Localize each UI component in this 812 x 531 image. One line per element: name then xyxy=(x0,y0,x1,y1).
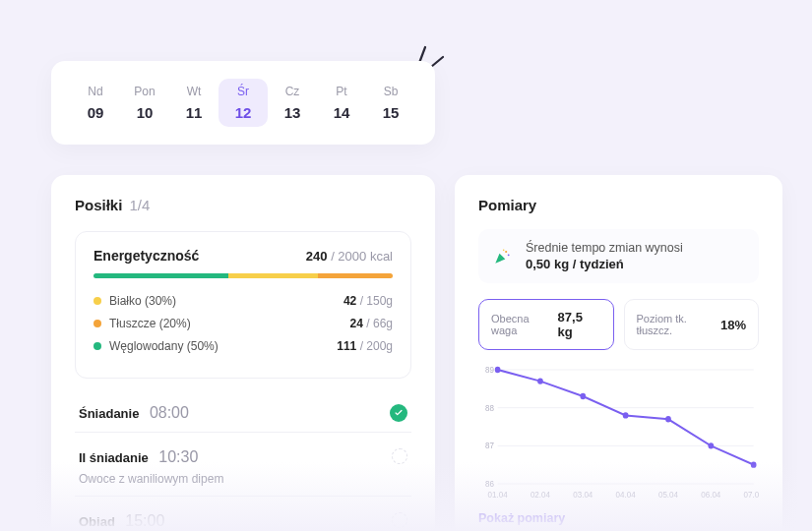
macro-name: Węglowodany (50%) xyxy=(109,339,219,353)
energy-row: Energetyczność 240 / 2000 kcal xyxy=(94,248,393,264)
stat-pill[interactable]: Obecna waga 87,5 kg xyxy=(478,299,614,350)
day-number: 11 xyxy=(169,104,219,121)
day-of-week: Nd xyxy=(71,85,120,98)
meal-name: II śniadanie xyxy=(79,450,149,465)
day-pt[interactable]: Pt 14 xyxy=(317,79,366,127)
day-of-week: Pon xyxy=(120,85,169,98)
day-number: 12 xyxy=(219,104,268,121)
energy-segment-yellow xyxy=(228,273,318,278)
pill-label: Poziom tk. tłuszcz. xyxy=(637,313,720,336)
meals-title: Posiłki 1/4 xyxy=(75,197,411,213)
day-number: 14 xyxy=(317,104,366,121)
svg-line-1 xyxy=(431,57,443,67)
energy-bar xyxy=(94,273,393,278)
day-number: 13 xyxy=(268,104,317,121)
macro-name: Białko (30%) xyxy=(109,294,176,308)
meals-count: 1/4 xyxy=(130,197,151,213)
tempo-value: 0,50 kg / tydzień xyxy=(526,257,683,271)
meal-item[interactable]: II śniadanie 10:30 Owoce z waniliowym di… xyxy=(75,432,411,496)
svg-point-26 xyxy=(751,461,757,467)
confetti-icon xyxy=(490,245,514,268)
meal-desc: Owoce z waniliowym dipem xyxy=(79,472,223,486)
energy-value: 240 / 2000 kcal xyxy=(306,249,393,264)
show-measurements-link[interactable]: Pokaż pomiary xyxy=(478,511,565,525)
day-of-week: Wt xyxy=(169,85,219,98)
stat-pills: Obecna waga 87,5 kgPoziom tk. tłuszcz. 1… xyxy=(478,299,759,350)
svg-text:07.04: 07.04 xyxy=(744,490,759,501)
calendar-week: Nd 09Pon 10Wt 11Śr 12Cz 13Pt 14Sb 15 xyxy=(51,61,435,145)
day-number: 15 xyxy=(366,104,415,121)
day-of-week: Cz xyxy=(268,85,317,98)
macro-current: 42 xyxy=(344,294,356,308)
energy-segment-green xyxy=(94,273,228,278)
svg-point-21 xyxy=(537,378,543,384)
macro-dot-icon xyxy=(94,342,101,350)
meal-name: Śniadanie xyxy=(79,406,139,421)
macro-row: Tłuszcze (20%) 24 / 66g xyxy=(94,317,393,330)
tempo-text: Średnie tempo zmian wynosi xyxy=(526,241,683,255)
pill-value: 18% xyxy=(720,318,746,332)
macro-total: / 66g xyxy=(366,317,393,330)
measurements-card: Pomiary Średnie tempo zmian wynosi 0,50 … xyxy=(455,175,782,531)
svg-point-3 xyxy=(508,254,510,256)
svg-text:04.04: 04.04 xyxy=(616,490,636,501)
energy-current: 240 xyxy=(306,249,328,264)
svg-point-22 xyxy=(580,393,586,399)
day-sb[interactable]: Sb 15 xyxy=(366,79,415,127)
tempo-banner: Średnie tempo zmian wynosi 0,50 kg / tyd… xyxy=(478,229,759,283)
energy-total: / 2000 kcal xyxy=(331,249,393,264)
pending-icon xyxy=(392,512,407,528)
day-of-week: Śr xyxy=(219,85,268,98)
meal-name: Obiad xyxy=(79,514,115,529)
weight-chart: 8687888901.0402.0403.0404.0405.0406.0407… xyxy=(478,364,759,505)
svg-point-2 xyxy=(505,250,507,252)
day-cz[interactable]: Cz 13 xyxy=(268,79,317,127)
svg-text:86: 86 xyxy=(485,479,494,490)
pill-label: Obecna waga xyxy=(491,313,558,336)
svg-point-23 xyxy=(623,412,629,418)
svg-point-4 xyxy=(503,249,505,251)
meal-item[interactable]: Obiad 15:00 xyxy=(75,496,411,531)
svg-point-25 xyxy=(708,442,714,448)
pending-icon xyxy=(392,448,407,464)
measurements-title: Pomiary xyxy=(478,197,759,213)
check-done-icon xyxy=(390,404,407,422)
svg-text:89: 89 xyxy=(485,365,494,376)
svg-point-20 xyxy=(495,367,501,373)
macro-current: 111 xyxy=(337,339,356,353)
svg-text:03.04: 03.04 xyxy=(573,490,593,501)
day-śr[interactable]: Śr 12 xyxy=(219,79,268,127)
macro-dot-icon xyxy=(94,297,101,305)
macro-current: 24 xyxy=(350,317,363,330)
macro-dot-icon xyxy=(94,320,101,327)
day-of-week: Sb xyxy=(366,85,415,98)
macro-total: / 200g xyxy=(360,339,393,353)
svg-text:01.04: 01.04 xyxy=(488,490,508,501)
svg-text:88: 88 xyxy=(485,402,494,413)
meals-card: Posiłki 1/4 Energetyczność 240 / 2000 kc… xyxy=(51,175,435,531)
svg-text:05.04: 05.04 xyxy=(658,490,678,501)
stat-pill[interactable]: Poziom tk. tłuszcz. 18% xyxy=(624,299,760,350)
svg-text:06.04: 06.04 xyxy=(701,490,720,501)
day-nd[interactable]: Nd 09 xyxy=(71,79,120,127)
svg-point-24 xyxy=(665,416,671,422)
day-number: 10 xyxy=(120,104,169,121)
macro-name: Tłuszcze (20%) xyxy=(109,317,191,330)
meal-time: 10:30 xyxy=(158,448,198,465)
meal-item[interactable]: Śniadanie 08:00 xyxy=(75,388,411,432)
energy-segment-orange xyxy=(318,273,393,278)
energy-label: Energetyczność xyxy=(94,248,199,264)
meal-time: 08:00 xyxy=(150,404,189,421)
pill-value: 87,5 kg xyxy=(558,310,601,339)
macro-row: Białko (30%) 42 / 150g xyxy=(94,294,393,308)
day-pon[interactable]: Pon 10 xyxy=(120,79,169,127)
day-number: 09 xyxy=(71,104,120,121)
macro-row: Węglowodany (50%) 111 / 200g xyxy=(94,339,393,353)
macro-total: / 150g xyxy=(360,294,393,308)
meal-time: 15:00 xyxy=(125,512,164,529)
day-of-week: Pt xyxy=(317,85,366,98)
svg-text:02.04: 02.04 xyxy=(531,490,550,501)
svg-text:87: 87 xyxy=(485,441,494,451)
day-wt[interactable]: Wt 11 xyxy=(169,79,219,127)
energy-box: Energetyczność 240 / 2000 kcal Białko (3… xyxy=(75,231,411,379)
